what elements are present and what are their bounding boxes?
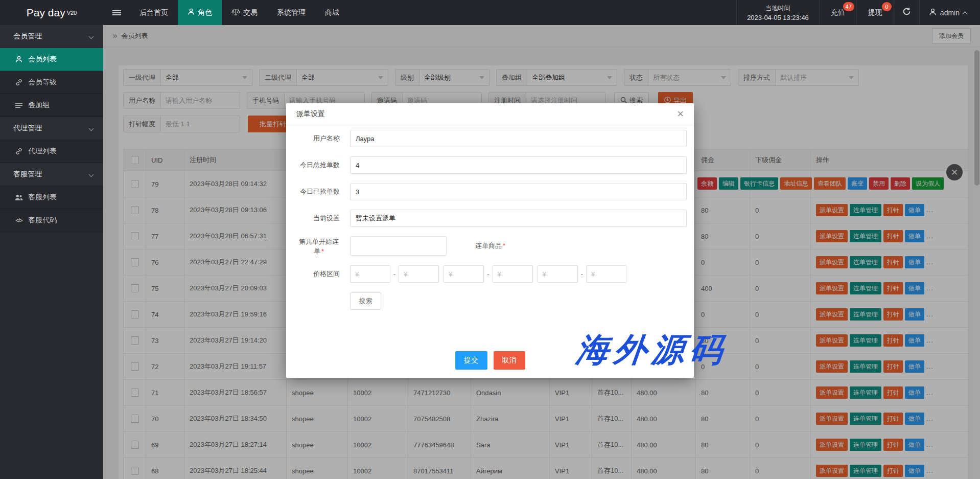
link-icon: [15, 148, 23, 155]
top-navbar: Pay day V20 后台首页角色交易系统管理商城 当地时间 2023-04-…: [0, 0, 980, 25]
price-dash: -: [393, 270, 395, 278]
modal-field-input[interactable]: [350, 210, 687, 227]
price-dash: -: [581, 270, 583, 278]
price-dash: -: [487, 270, 489, 278]
username: admin: [940, 9, 960, 17]
scales-icon: [231, 8, 240, 17]
price-input-1[interactable]: [350, 265, 390, 283]
modal-field-input[interactable]: [350, 130, 687, 147]
price-input-6[interactable]: [586, 265, 626, 283]
chevron-down-icon: [89, 172, 94, 177]
sidebar-group-7[interactable]: 客服管理: [0, 163, 103, 186]
submit-button[interactable]: 提交: [455, 351, 487, 370]
sidebar-item-4[interactable]: 叠加组: [0, 94, 103, 117]
sidebar: 会员管理会员列表会员等级叠加组代理管理代理列表客服管理客服列表</>客服代码: [0, 25, 103, 479]
chevron-down-icon: [89, 34, 94, 39]
modal-search-button[interactable]: 搜索: [350, 292, 381, 310]
top-menu-item-label: 系统管理: [277, 8, 306, 17]
people-icon: [15, 194, 23, 201]
sidebar-item-3[interactable]: 会员等级: [0, 71, 103, 94]
code-icon: </>: [15, 217, 23, 223]
sidebar-toggle-button[interactable]: [103, 0, 130, 25]
navbar-right: 当地时间 2023-04-05 13:23:46 充值 47 提现 0 admi…: [736, 0, 980, 25]
sidebar-item-label: 会员列表: [28, 55, 57, 64]
modal-footer: 提交 取消: [286, 351, 694, 370]
user-icon: [929, 8, 937, 17]
price-range-label: 价格区间: [286, 265, 345, 283]
top-menu-item-label: 角色: [198, 8, 212, 17]
modal-field-input[interactable]: [350, 183, 687, 200]
modal-search-row: 搜索: [350, 292, 694, 310]
modal-field-1: 用户名称: [286, 130, 694, 147]
chain-product-label: 连单商品*: [475, 236, 505, 256]
local-time: 当地时间 2023-04-05 13:23:46: [736, 0, 819, 25]
modal-field-4: 当前设置: [286, 210, 694, 227]
top-menu: 后台首页角色交易系统管理商城: [130, 0, 349, 25]
sidebar-group-label: 代理管理: [13, 124, 42, 133]
sidebar-group-label: 客服管理: [13, 170, 42, 179]
sidebar-item-label: 客服列表: [28, 193, 57, 202]
price-input-2[interactable]: [399, 265, 439, 283]
sidebar-group-1[interactable]: 会员管理: [0, 25, 103, 48]
refresh-icon: [902, 7, 911, 18]
sidebar-item-2[interactable]: 会员列表: [0, 48, 103, 71]
sidebar-item-label: 代理列表: [28, 147, 57, 156]
withdraw-label: 提现: [868, 8, 882, 17]
price-input-3[interactable]: [444, 265, 484, 283]
modal-field-2: 今日总抢单数: [286, 156, 694, 174]
recharge-badge: 47: [843, 2, 854, 11]
sidebar-item-label: 客服代码: [28, 216, 57, 225]
withdraw-button[interactable]: 提现 0: [856, 0, 894, 25]
modal-field-3: 今日已抢单数: [286, 183, 694, 200]
withdraw-badge: 0: [882, 2, 892, 11]
sidebar-item-label: 会员等级: [28, 78, 57, 87]
modal-header: 派单设置 ×: [286, 103, 694, 125]
app-logo-version: V20: [67, 10, 77, 16]
price-input-5[interactable]: [538, 265, 578, 283]
chevron-up-icon: [963, 11, 968, 16]
hamburger-icon: [112, 9, 121, 16]
modal-title: 派单设置: [296, 109, 325, 119]
chevron-down-icon: [89, 126, 94, 131]
app-logo: Pay day V20: [0, 0, 103, 25]
top-menu-item-label: 交易: [243, 8, 258, 17]
price-input-4[interactable]: [493, 265, 533, 283]
sidebar-group-label: 会员管理: [13, 32, 42, 41]
chain-start-label: 第几单开始连单*: [286, 236, 345, 256]
modal-field-input[interactable]: [350, 156, 687, 174]
top-menu-item-3[interactable]: 交易: [222, 0, 267, 25]
sidebar-item-9[interactable]: </>客服代码: [0, 209, 103, 232]
recharge-label: 充值: [831, 8, 845, 17]
app-logo-text: Pay day: [27, 7, 65, 19]
sidebar-item-8[interactable]: 客服列表: [0, 186, 103, 209]
recharge-button[interactable]: 充值 47: [819, 0, 856, 25]
modal-body: 用户名称今日总抢单数今日已抢单数当前设置 第几单开始连单* 连单商品* 价格区间…: [286, 125, 694, 310]
list-icon: [15, 102, 23, 108]
modal-field-label: 用户名称: [286, 130, 345, 147]
modal-field-label: 当前设置: [286, 210, 345, 227]
cancel-button[interactable]: 取消: [494, 351, 525, 370]
top-menu-item-label: 后台首页: [139, 8, 168, 17]
modal-close-icon[interactable]: ×: [677, 108, 684, 120]
sidebar-item-6[interactable]: 代理列表: [0, 140, 103, 163]
required-star: *: [503, 242, 505, 249]
refresh-button[interactable]: [894, 0, 919, 25]
price-range-row: 价格区间 ---: [286, 265, 694, 283]
top-menu-item-1[interactable]: 后台首页: [130, 0, 178, 25]
user-menu[interactable]: admin: [919, 0, 980, 25]
top-menu-item-label: 商城: [325, 8, 339, 17]
dispatch-settings-modal: 派单设置 × 用户名称今日总抢单数今日已抢单数当前设置 第几单开始连单* 连单商…: [286, 103, 694, 378]
chain-start-row: 第几单开始连单* 连单商品*: [286, 236, 694, 256]
price-range-inputs: ---: [350, 265, 626, 283]
top-menu-item-4[interactable]: 系统管理: [267, 0, 315, 25]
person-icon: [15, 56, 23, 63]
required-star: *: [321, 247, 324, 255]
sidebar-item-label: 叠加组: [28, 101, 50, 110]
chain-start-input[interactable]: [350, 236, 447, 256]
top-menu-item-2[interactable]: 角色: [178, 0, 222, 25]
sidebar-group-5[interactable]: 代理管理: [0, 117, 103, 140]
top-menu-item-5[interactable]: 商城: [315, 0, 349, 25]
local-time-value: 2023-04-05 13:23:46: [747, 14, 809, 21]
local-time-label: 当地时间: [766, 4, 790, 13]
modal-field-label: 今日总抢单数: [286, 156, 345, 174]
